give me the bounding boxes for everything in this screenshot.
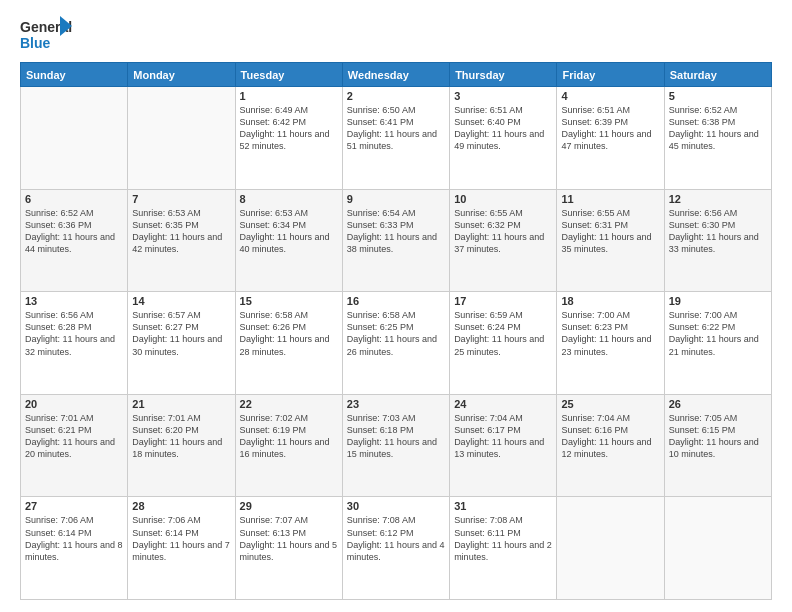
weekday-header-wednesday: Wednesday	[342, 63, 449, 87]
calendar-cell: 21Sunrise: 7:01 AM Sunset: 6:20 PM Dayli…	[128, 394, 235, 497]
day-info: Sunrise: 7:04 AM Sunset: 6:17 PM Dayligh…	[454, 412, 552, 461]
day-info: Sunrise: 7:08 AM Sunset: 6:11 PM Dayligh…	[454, 514, 552, 563]
calendar-cell	[128, 87, 235, 190]
calendar-cell: 29Sunrise: 7:07 AM Sunset: 6:13 PM Dayli…	[235, 497, 342, 600]
day-number: 3	[454, 90, 552, 102]
day-number: 18	[561, 295, 659, 307]
header: GeneralBlue	[20, 16, 772, 52]
day-number: 30	[347, 500, 445, 512]
calendar-cell: 2Sunrise: 6:50 AM Sunset: 6:41 PM Daylig…	[342, 87, 449, 190]
day-number: 24	[454, 398, 552, 410]
day-info: Sunrise: 7:06 AM Sunset: 6:14 PM Dayligh…	[25, 514, 123, 563]
week-row-4: 20Sunrise: 7:01 AM Sunset: 6:21 PM Dayli…	[21, 394, 772, 497]
day-number: 26	[669, 398, 767, 410]
calendar-cell: 3Sunrise: 6:51 AM Sunset: 6:40 PM Daylig…	[450, 87, 557, 190]
calendar-cell: 17Sunrise: 6:59 AM Sunset: 6:24 PM Dayli…	[450, 292, 557, 395]
calendar-table: SundayMondayTuesdayWednesdayThursdayFrid…	[20, 62, 772, 600]
day-info: Sunrise: 6:55 AM Sunset: 6:32 PM Dayligh…	[454, 207, 552, 256]
week-row-3: 13Sunrise: 6:56 AM Sunset: 6:28 PM Dayli…	[21, 292, 772, 395]
week-row-5: 27Sunrise: 7:06 AM Sunset: 6:14 PM Dayli…	[21, 497, 772, 600]
day-info: Sunrise: 7:06 AM Sunset: 6:14 PM Dayligh…	[132, 514, 230, 563]
day-info: Sunrise: 7:00 AM Sunset: 6:22 PM Dayligh…	[669, 309, 767, 358]
calendar-cell	[557, 497, 664, 600]
day-number: 27	[25, 500, 123, 512]
calendar-cell: 8Sunrise: 6:53 AM Sunset: 6:34 PM Daylig…	[235, 189, 342, 292]
calendar-cell: 12Sunrise: 6:56 AM Sunset: 6:30 PM Dayli…	[664, 189, 771, 292]
day-info: Sunrise: 6:59 AM Sunset: 6:24 PM Dayligh…	[454, 309, 552, 358]
calendar-cell: 11Sunrise: 6:55 AM Sunset: 6:31 PM Dayli…	[557, 189, 664, 292]
logo-svg: GeneralBlue	[20, 16, 72, 52]
day-number: 20	[25, 398, 123, 410]
day-number: 22	[240, 398, 338, 410]
day-info: Sunrise: 7:04 AM Sunset: 6:16 PM Dayligh…	[561, 412, 659, 461]
day-info: Sunrise: 6:55 AM Sunset: 6:31 PM Dayligh…	[561, 207, 659, 256]
day-number: 12	[669, 193, 767, 205]
day-number: 21	[132, 398, 230, 410]
calendar-cell: 25Sunrise: 7:04 AM Sunset: 6:16 PM Dayli…	[557, 394, 664, 497]
day-number: 5	[669, 90, 767, 102]
day-number: 13	[25, 295, 123, 307]
day-info: Sunrise: 7:00 AM Sunset: 6:23 PM Dayligh…	[561, 309, 659, 358]
day-number: 29	[240, 500, 338, 512]
day-info: Sunrise: 6:57 AM Sunset: 6:27 PM Dayligh…	[132, 309, 230, 358]
calendar-cell	[664, 497, 771, 600]
weekday-header-saturday: Saturday	[664, 63, 771, 87]
day-info: Sunrise: 7:01 AM Sunset: 6:21 PM Dayligh…	[25, 412, 123, 461]
day-number: 11	[561, 193, 659, 205]
day-number: 14	[132, 295, 230, 307]
day-number: 25	[561, 398, 659, 410]
day-info: Sunrise: 7:01 AM Sunset: 6:20 PM Dayligh…	[132, 412, 230, 461]
weekday-header-tuesday: Tuesday	[235, 63, 342, 87]
calendar-cell: 1Sunrise: 6:49 AM Sunset: 6:42 PM Daylig…	[235, 87, 342, 190]
calendar-cell: 19Sunrise: 7:00 AM Sunset: 6:22 PM Dayli…	[664, 292, 771, 395]
day-number: 7	[132, 193, 230, 205]
day-number: 2	[347, 90, 445, 102]
day-info: Sunrise: 6:52 AM Sunset: 6:38 PM Dayligh…	[669, 104, 767, 153]
calendar-cell: 9Sunrise: 6:54 AM Sunset: 6:33 PM Daylig…	[342, 189, 449, 292]
day-number: 10	[454, 193, 552, 205]
calendar-cell: 27Sunrise: 7:06 AM Sunset: 6:14 PM Dayli…	[21, 497, 128, 600]
day-number: 17	[454, 295, 552, 307]
day-info: Sunrise: 6:52 AM Sunset: 6:36 PM Dayligh…	[25, 207, 123, 256]
day-number: 6	[25, 193, 123, 205]
calendar-cell: 7Sunrise: 6:53 AM Sunset: 6:35 PM Daylig…	[128, 189, 235, 292]
calendar-cell: 28Sunrise: 7:06 AM Sunset: 6:14 PM Dayli…	[128, 497, 235, 600]
calendar-cell: 18Sunrise: 7:00 AM Sunset: 6:23 PM Dayli…	[557, 292, 664, 395]
day-info: Sunrise: 6:49 AM Sunset: 6:42 PM Dayligh…	[240, 104, 338, 153]
day-number: 9	[347, 193, 445, 205]
day-number: 8	[240, 193, 338, 205]
day-info: Sunrise: 6:56 AM Sunset: 6:30 PM Dayligh…	[669, 207, 767, 256]
day-info: Sunrise: 7:05 AM Sunset: 6:15 PM Dayligh…	[669, 412, 767, 461]
calendar-cell: 15Sunrise: 6:58 AM Sunset: 6:26 PM Dayli…	[235, 292, 342, 395]
day-number: 19	[669, 295, 767, 307]
day-number: 4	[561, 90, 659, 102]
calendar-cell: 6Sunrise: 6:52 AM Sunset: 6:36 PM Daylig…	[21, 189, 128, 292]
calendar-cell: 30Sunrise: 7:08 AM Sunset: 6:12 PM Dayli…	[342, 497, 449, 600]
day-info: Sunrise: 7:07 AM Sunset: 6:13 PM Dayligh…	[240, 514, 338, 563]
week-row-1: 1Sunrise: 6:49 AM Sunset: 6:42 PM Daylig…	[21, 87, 772, 190]
day-number: 31	[454, 500, 552, 512]
calendar-cell: 16Sunrise: 6:58 AM Sunset: 6:25 PM Dayli…	[342, 292, 449, 395]
weekday-header-thursday: Thursday	[450, 63, 557, 87]
day-number: 15	[240, 295, 338, 307]
calendar-cell: 26Sunrise: 7:05 AM Sunset: 6:15 PM Dayli…	[664, 394, 771, 497]
calendar-cell: 22Sunrise: 7:02 AM Sunset: 6:19 PM Dayli…	[235, 394, 342, 497]
calendar-cell: 14Sunrise: 6:57 AM Sunset: 6:27 PM Dayli…	[128, 292, 235, 395]
day-info: Sunrise: 6:51 AM Sunset: 6:40 PM Dayligh…	[454, 104, 552, 153]
weekday-header-friday: Friday	[557, 63, 664, 87]
calendar-cell: 10Sunrise: 6:55 AM Sunset: 6:32 PM Dayli…	[450, 189, 557, 292]
calendar-cell: 13Sunrise: 6:56 AM Sunset: 6:28 PM Dayli…	[21, 292, 128, 395]
calendar-cell: 23Sunrise: 7:03 AM Sunset: 6:18 PM Dayli…	[342, 394, 449, 497]
day-info: Sunrise: 6:53 AM Sunset: 6:35 PM Dayligh…	[132, 207, 230, 256]
day-info: Sunrise: 6:58 AM Sunset: 6:26 PM Dayligh…	[240, 309, 338, 358]
week-row-2: 6Sunrise: 6:52 AM Sunset: 6:36 PM Daylig…	[21, 189, 772, 292]
calendar-cell	[21, 87, 128, 190]
day-info: Sunrise: 6:54 AM Sunset: 6:33 PM Dayligh…	[347, 207, 445, 256]
day-info: Sunrise: 6:56 AM Sunset: 6:28 PM Dayligh…	[25, 309, 123, 358]
weekday-header-row: SundayMondayTuesdayWednesdayThursdayFrid…	[21, 63, 772, 87]
calendar-cell: 20Sunrise: 7:01 AM Sunset: 6:21 PM Dayli…	[21, 394, 128, 497]
calendar-cell: 31Sunrise: 7:08 AM Sunset: 6:11 PM Dayli…	[450, 497, 557, 600]
page: GeneralBlue SundayMondayTuesdayWednesday…	[0, 0, 792, 612]
day-number: 28	[132, 500, 230, 512]
day-info: Sunrise: 7:08 AM Sunset: 6:12 PM Dayligh…	[347, 514, 445, 563]
